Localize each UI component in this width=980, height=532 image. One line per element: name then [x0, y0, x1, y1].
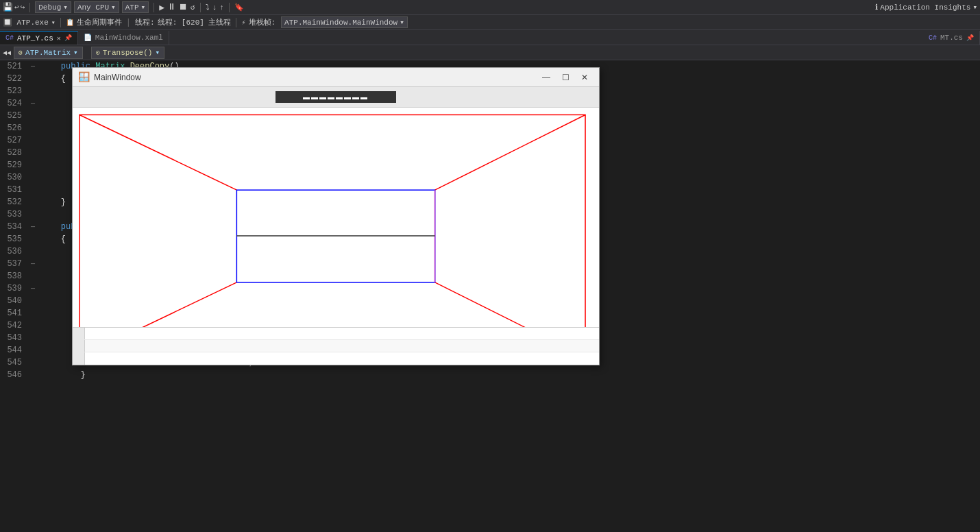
gutter-521: ─ — [27, 63, 38, 71]
dropdown-arrow-3: ▾ — [141, 3, 146, 12]
line-num-532: 532 — [0, 197, 27, 207]
nav-left-dropdown[interactable]: ⚙ ATP.Matrix ▾ — [14, 47, 83, 59]
fw-title-text: MainWindow — [94, 73, 533, 82]
line-num-526: 526 — [0, 123, 27, 133]
gutter-539: ─ — [27, 285, 38, 293]
line-num-521: 521 — [0, 62, 27, 71]
line-num-542: 542 — [0, 321, 27, 330]
debug-dropdown[interactable]: Debug ▾ — [35, 1, 71, 13]
stack-label: 堆栈帧: — [249, 17, 276, 27]
code-line-546: 546 } — [0, 369, 980, 381]
main-area: 521 ─ public Matrix DeepCopy() 522 { 523… — [0, 60, 980, 532]
toolbar-icon-2[interactable]: ↩ — [14, 3, 19, 12]
line-num-523: 523 — [0, 86, 27, 96]
line-num-544: 544 — [0, 346, 27, 355]
line-num-528: 528 — [0, 148, 27, 158]
line-num-543: 543 — [0, 333, 27, 343]
fw-toolbar-button[interactable]: ▬▬▬▬▬▬▬▬ — [275, 91, 396, 103]
tab-label-2: MainWindow.xaml — [95, 34, 163, 42]
fw-maximize-btn[interactable]: ☐ — [556, 71, 574, 84]
tab-pin-1[interactable]: 📌 — [64, 34, 72, 42]
nav-right-label: Transpose() — [103, 49, 153, 57]
project-label: ATP — [125, 3, 139, 12]
line-num-531: 531 — [0, 185, 27, 195]
line-num-538: 538 — [0, 271, 27, 281]
step-over-btn[interactable]: ⤵ — [206, 3, 210, 12]
gutter-534: ─ — [27, 223, 38, 231]
fw-canvas-area — [73, 108, 599, 365]
step-into-btn[interactable]: ↓ — [212, 3, 217, 12]
line-num-537: 537 — [0, 259, 27, 269]
top-toolbar: 💾 ↩ ↪ Debug ▾ Any CPU ▾ ATP ▾ ▶ ⏸ ⏹ ↺ ⤵ … — [0, 0, 980, 15]
nav-left-arrow: ▾ — [73, 48, 78, 57]
tab-label-1: ATP_Y.cs — [17, 34, 53, 43]
nav-bar: ◀◀ ⚙ ATP.Matrix ▾ ⊙ Transpose() ▾ — [0, 45, 980, 60]
line-num-525: 525 — [0, 111, 27, 121]
stack-arrow: ▾ — [400, 18, 404, 27]
stack-value: ATP.MainWindow.MainWindow — [284, 19, 397, 27]
tab-atp-y[interactable]: C# ATP_Y.cs ✕ 📌 — [0, 31, 78, 45]
project-dropdown[interactable]: ATP ▾ — [122, 1, 149, 13]
line-num-536: 536 — [0, 247, 27, 256]
stop-btn[interactable]: ⏹ — [179, 2, 188, 12]
dropdown-arrow: ▾ — [63, 3, 68, 12]
lifecycle-sep: | — [125, 18, 132, 27]
tab-mainwindow[interactable]: 📄 MainWindow.xaml — [78, 31, 169, 45]
toolbar-icon-3[interactable]: ↪ — [21, 3, 25, 12]
continue-btn[interactable]: ▶ — [159, 2, 164, 13]
fw-close-btn[interactable]: ✕ — [576, 71, 593, 84]
sep-6 — [236, 18, 236, 27]
output-row-2 — [73, 340, 599, 352]
matrix-icon: ⚙ — [19, 49, 23, 57]
line-num-524: 524 — [0, 99, 27, 108]
exe-label: 🔲 ATP.exe — [3, 18, 49, 27]
tab-icon-cs-1: C# — [5, 34, 14, 42]
line-num-534: 534 — [0, 222, 27, 232]
tab-icon-xaml: 📄 — [84, 34, 92, 42]
line-num-522: 522 — [0, 74, 27, 84]
cpu-dropdown[interactable]: Any CPU ▾ — [74, 1, 119, 13]
restart-btn[interactable]: ↺ — [191, 3, 195, 12]
tab-close-1[interactable]: ✕ — [57, 34, 61, 43]
lifecycle-icon: 📋 — [66, 19, 74, 27]
tab-pin-2[interactable]: 📌 — [966, 34, 974, 42]
thread-label: 线程: — [135, 17, 155, 27]
step-out-btn[interactable]: ↑ — [219, 3, 224, 12]
tab-bar: C# ATP_Y.cs ✕ 📌 📄 MainWindow.xaml C# MT.… — [0, 30, 980, 45]
dropdown-arrow-2: ▾ — [111, 3, 116, 12]
cpu-label: Any CPU — [77, 3, 109, 12]
debug-label: Debug — [38, 3, 61, 12]
line-num-540: 540 — [0, 296, 27, 306]
line-content-546: } — [38, 370, 980, 380]
pause-btn[interactable]: ⏸ — [167, 2, 176, 12]
app-insights-label: Application Insights — [880, 3, 970, 12]
bookmark-btn[interactable]: 🔖 — [234, 3, 244, 12]
toolbar-icons-left: 💾 ↩ ↪ — [3, 2, 25, 12]
fw-titlebar: 🪟 MainWindow — ☐ ✕ — [73, 68, 599, 87]
line-num-545: 545 — [0, 358, 27, 367]
tab-mt[interactable]: C# MT.cs 📌 — [923, 31, 980, 45]
line-num-539: 539 — [0, 284, 27, 293]
output-row-1 — [73, 328, 599, 340]
separator-1 — [29, 3, 30, 12]
separator-2 — [154, 3, 154, 12]
line-num-530: 530 — [0, 173, 27, 182]
floating-window[interactable]: 🪟 MainWindow — ☐ ✕ ▬▬▬▬▬▬▬▬ — [72, 67, 600, 365]
fw-title-icon: 🪟 — [78, 71, 90, 83]
separator-4 — [229, 3, 230, 12]
app-insights-btn[interactable]: ℹ Application Insights ▾ — [875, 3, 977, 12]
stack-icon: ⚡ — [241, 19, 245, 27]
nav-right-arrow: ▾ — [155, 48, 160, 57]
thread-value: 线程: [620] 主线程 — [158, 17, 232, 27]
fw-minimize-btn[interactable]: — — [537, 71, 555, 84]
app-insights-icon: ℹ — [875, 3, 878, 12]
fw-controls: — ☐ ✕ — [537, 71, 593, 84]
stack-dropdown[interactable]: ATP.MainWindow.MainWindow ▾ — [281, 16, 408, 28]
save-icon[interactable]: 💾 — [3, 2, 13, 12]
nav-left-label: ATP.Matrix — [25, 49, 71, 57]
gutter-537: ─ — [27, 261, 38, 268]
nav-right-dropdown[interactable]: ⊙ Transpose() ▾ — [91, 47, 164, 59]
fw-bottom-area — [73, 327, 599, 365]
lifecycle-label: 生命周期事件 — [77, 17, 122, 27]
matrix-visualization-svg — [73, 108, 599, 365]
